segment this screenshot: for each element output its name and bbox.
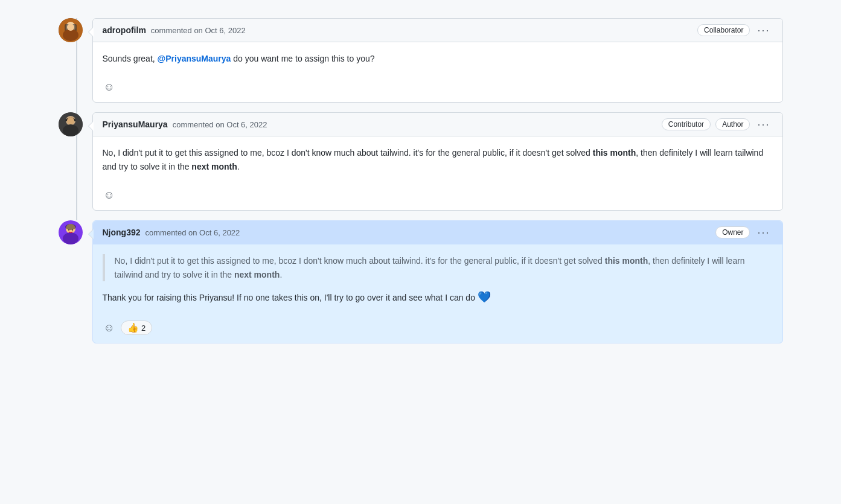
comment-meta-1: commented on Oct 6, 2022 bbox=[151, 26, 246, 35]
thumbsup-emoji: 👍 bbox=[127, 322, 139, 333]
avatar-adropofilm bbox=[59, 18, 83, 42]
svg-point-14 bbox=[68, 229, 69, 231]
comment-text-3: Thank you for raising this Priyansu! If … bbox=[103, 289, 773, 306]
no-text: No, bbox=[103, 148, 116, 158]
svg-point-15 bbox=[72, 229, 73, 231]
svg-point-11 bbox=[63, 232, 78, 244]
blockquote-text-3: No, I didn't put it to get this assigned… bbox=[115, 254, 773, 281]
comment-author-3: Njong392 bbox=[103, 228, 141, 237]
svg-point-13 bbox=[65, 224, 76, 230]
comment-bubble-2: PriyansuMaurya commented on Oct 6, 2022 … bbox=[92, 112, 783, 211]
emoji-reaction-bar-1: ☺ bbox=[93, 75, 782, 102]
comment-bubble-1: adropofilm commented on Oct 6, 2022 Coll… bbox=[92, 18, 783, 103]
comment-body-1: Sounds great, @PriyansuMaurya do you wan… bbox=[93, 42, 782, 75]
more-options-button-1[interactable]: ··· bbox=[755, 24, 772, 37]
comment-header-2: PriyansuMaurya commented on Oct 6, 2022 … bbox=[93, 113, 782, 136]
smiley-icon-1: ☺ bbox=[104, 81, 115, 94]
comment-row-2: PriyansuMaurya commented on Oct 6, 2022 … bbox=[59, 112, 783, 211]
badge-owner: Owner bbox=[715, 226, 750, 238]
add-emoji-button-2[interactable]: ☺ bbox=[103, 188, 116, 203]
thumbsup-reaction-button[interactable]: 👍 2 bbox=[121, 321, 152, 335]
comment-header-right-1: Collaborator ··· bbox=[697, 24, 772, 37]
comments-container: adropofilm commented on Oct 6, 2022 Coll… bbox=[59, 12, 783, 359]
comment-body-2: No, I didn't put it to get this assigned… bbox=[93, 136, 782, 183]
comment-author-1: adropofilm bbox=[103, 25, 146, 35]
svg-point-8 bbox=[67, 117, 74, 124]
comment-header-left-2: PriyansuMaurya commented on Oct 6, 2022 bbox=[103, 120, 267, 129]
svg-point-4 bbox=[67, 24, 74, 31]
add-emoji-button-3[interactable]: ☺ bbox=[103, 321, 116, 336]
this-month-bold: this month bbox=[593, 148, 636, 158]
comment-header-left-3: Njong392 commented on Oct 6, 2022 bbox=[103, 228, 240, 237]
comment-row-1: adropofilm commented on Oct 6, 2022 Coll… bbox=[59, 18, 783, 103]
comment-header-right-3: Owner ··· bbox=[715, 226, 772, 239]
comment-meta-2: commented on Oct 6, 2022 bbox=[173, 120, 267, 129]
avatar-njong bbox=[59, 220, 83, 244]
comment-meta-3: commented on Oct 6, 2022 bbox=[145, 228, 240, 237]
add-emoji-button-1[interactable]: ☺ bbox=[103, 80, 116, 95]
bq-this-month: this month bbox=[605, 256, 648, 266]
comment-header-1: adropofilm commented on Oct 6, 2022 Coll… bbox=[93, 19, 782, 42]
comment-author-2: PriyansuMaurya bbox=[103, 120, 168, 129]
comment-header-left-1: adropofilm commented on Oct 6, 2022 bbox=[103, 25, 246, 35]
comment-header-right-2: Contributor Author ··· bbox=[662, 118, 773, 131]
blockquote-3: No, I didn't put it to get this assigned… bbox=[103, 254, 773, 281]
smiley-icon-3: ☺ bbox=[104, 322, 115, 334]
thumbsup-count: 2 bbox=[141, 324, 145, 333]
heart-emoji: 💙 bbox=[478, 291, 491, 303]
comment-body-3: No, I didn't put it to get this assigned… bbox=[93, 244, 782, 316]
badge-author: Author bbox=[715, 118, 750, 130]
comment-text-1: Sounds great, @PriyansuMaurya do you wan… bbox=[103, 52, 773, 65]
badge-collaborator: Collaborator bbox=[697, 24, 750, 36]
emoji-reaction-bar-3: ☺ 👍 2 bbox=[93, 316, 782, 343]
more-options-button-3[interactable]: ··· bbox=[755, 226, 772, 239]
blockquote-no: No, bbox=[115, 256, 128, 266]
smiley-icon-2: ☺ bbox=[104, 189, 115, 202]
mention-priyansu: @PriyansuMaurya bbox=[158, 54, 231, 63]
bq-next-month: next month bbox=[234, 270, 280, 279]
more-options-button-2[interactable]: ··· bbox=[755, 118, 772, 131]
badge-contributor: Contributor bbox=[662, 118, 711, 130]
next-month-bold: next month bbox=[191, 162, 237, 171]
comment-text-2: No, I didn't put it to get this assigned… bbox=[103, 146, 773, 173]
comment-bubble-3: Njong392 commented on Oct 6, 2022 Owner … bbox=[92, 220, 783, 343]
comment-row-3: Njong392 commented on Oct 6, 2022 Owner … bbox=[59, 220, 783, 343]
emoji-reaction-bar-2: ☺ bbox=[93, 183, 782, 210]
svg-point-7 bbox=[63, 124, 78, 136]
comment-header-3: Njong392 commented on Oct 6, 2022 Owner … bbox=[93, 221, 782, 244]
avatar-priyansu bbox=[59, 112, 83, 136]
